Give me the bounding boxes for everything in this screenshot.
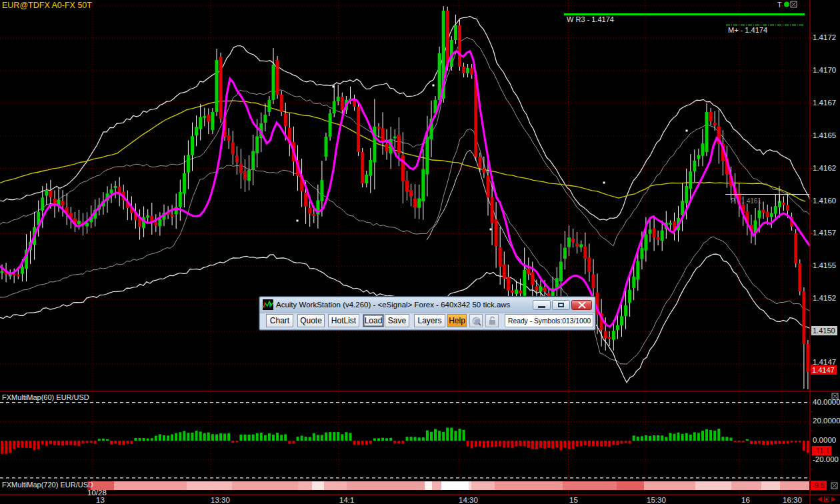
- svg-text:T: T: [777, 1, 782, 9]
- svg-text:M+ - 1.4174: M+ - 1.4174: [728, 26, 767, 34]
- svg-text:W R3 - 1.4174: W R3 - 1.4174: [567, 15, 614, 23]
- svg-text:P - 1.4161: P - 1.4161: [731, 197, 761, 205]
